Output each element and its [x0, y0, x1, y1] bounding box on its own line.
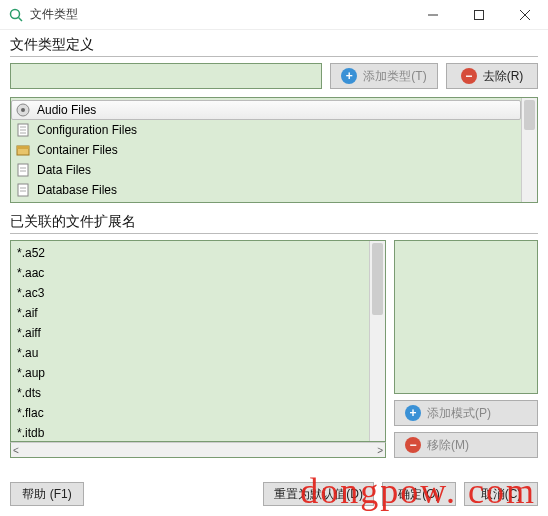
type-item-label: Audio Files	[37, 103, 96, 117]
add-type-label: 添加类型(T)	[363, 68, 426, 85]
ext-scrollbar[interactable]	[369, 241, 385, 441]
titlebar: 文件类型	[0, 0, 548, 30]
remove-type-label: 去除(R)	[483, 68, 524, 85]
minus-icon: −	[405, 437, 421, 453]
remove-type-button[interactable]: − 去除(R)	[446, 63, 538, 89]
type-list-item[interactable]: Database Files	[11, 180, 521, 200]
minimize-button[interactable]	[410, 0, 456, 30]
type-list-item[interactable]: Data Files	[11, 160, 521, 180]
file-types-list[interactable]: Audio FilesConfiguration FilesContainer …	[10, 97, 538, 203]
type-name-input[interactable]	[10, 63, 322, 89]
type-item-label: Configuration Files	[37, 123, 137, 137]
extensions-list[interactable]: *.a52*.aac*.ac3*.aif*.aiff*.au*.aup*.dts…	[10, 240, 386, 442]
svg-rect-17	[18, 184, 28, 196]
type-item-label: Database Files	[37, 183, 117, 197]
extension-list-item[interactable]: *.aac	[11, 263, 369, 283]
type-list-item[interactable]: Audio Files	[11, 100, 521, 120]
extension-list-item[interactable]: *.flac	[11, 403, 369, 423]
ok-button[interactable]: 确定(O)	[382, 482, 456, 506]
svg-rect-14	[18, 164, 28, 176]
type-definition-label: 文件类型定义	[10, 36, 538, 54]
data-icon	[15, 162, 31, 178]
scroll-right-icon[interactable]: >	[377, 445, 383, 456]
config-icon	[15, 122, 31, 138]
plus-icon: +	[405, 405, 421, 421]
scrollbar-thumb[interactable]	[524, 100, 535, 130]
reset-defaults-button[interactable]: 重置为默认值(D)	[263, 482, 374, 506]
cancel-button[interactable]: 取消(C)	[464, 482, 538, 506]
extension-list-item[interactable]: *.itdb	[11, 423, 369, 441]
svg-line-1	[19, 17, 23, 21]
scrollbar-thumb[interactable]	[372, 243, 383, 315]
database-icon	[15, 182, 31, 198]
type-item-label: Container Files	[37, 143, 118, 157]
svg-rect-13	[17, 146, 29, 149]
svg-rect-3	[475, 11, 484, 20]
extension-list-item[interactable]: *.aif	[11, 303, 369, 323]
help-button[interactable]: 帮助 (F1)	[10, 482, 84, 506]
types-scrollbar[interactable]	[521, 98, 537, 202]
svg-point-0	[11, 9, 20, 18]
extension-list-item[interactable]: *.aup	[11, 363, 369, 383]
audio-icon	[15, 102, 31, 118]
add-pattern-button[interactable]: + 添加模式(P)	[394, 400, 538, 426]
close-button[interactable]	[502, 0, 548, 30]
extension-input[interactable]	[394, 240, 538, 394]
extension-list-item[interactable]: *.dts	[11, 383, 369, 403]
type-list-item[interactable]: Configuration Files	[11, 120, 521, 140]
dialog-buttons: 帮助 (F1) 重置为默认值(D) 确定(O) 取消(C)	[10, 482, 538, 506]
type-list-item[interactable]: Container Files	[11, 140, 521, 160]
divider	[10, 233, 538, 234]
extension-list-item[interactable]: *.au	[11, 343, 369, 363]
extension-list-item[interactable]: *.aiff	[11, 323, 369, 343]
divider	[10, 56, 538, 57]
add-pattern-label: 添加模式(P)	[427, 405, 491, 422]
type-item-label: Data Files	[37, 163, 91, 177]
scroll-left-icon[interactable]: <	[13, 445, 19, 456]
extension-list-item[interactable]: *.ac3	[11, 283, 369, 303]
minus-icon: −	[461, 68, 477, 84]
window-title: 文件类型	[30, 6, 410, 23]
remove-pattern-label: 移除(M)	[427, 437, 469, 454]
maximize-button[interactable]	[456, 0, 502, 30]
container-icon	[15, 142, 31, 158]
remove-pattern-button[interactable]: − 移除(M)	[394, 432, 538, 458]
app-icon	[8, 7, 24, 23]
ext-hscrollbar[interactable]: < >	[10, 442, 386, 458]
add-type-button[interactable]: + 添加类型(T)	[330, 63, 438, 89]
svg-point-7	[21, 108, 25, 112]
extension-list-item[interactable]: *.a52	[11, 243, 369, 263]
extensions-label: 已关联的文件扩展名	[10, 213, 538, 231]
plus-icon: +	[341, 68, 357, 84]
